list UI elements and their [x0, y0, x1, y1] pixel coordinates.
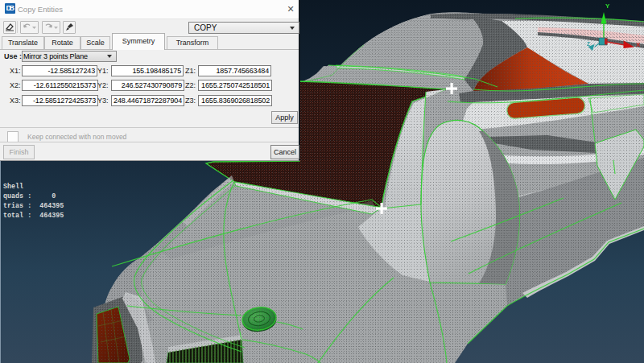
svg-text:X: X	[636, 41, 641, 48]
svg-text:Y: Y	[605, 2, 610, 10]
svg-text:Z: Z	[587, 41, 590, 47]
